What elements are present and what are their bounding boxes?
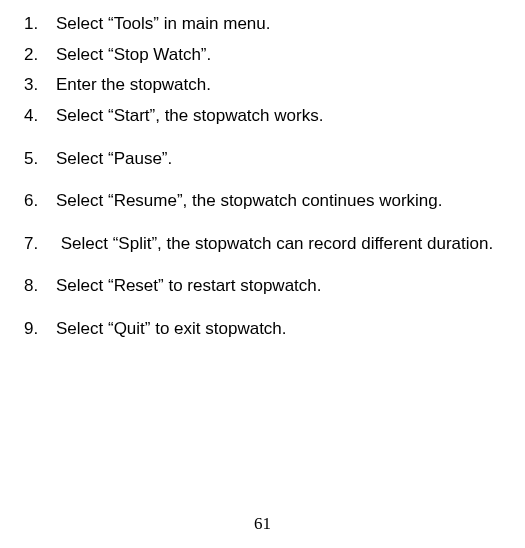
list-item: 3. Enter the stopwatch. xyxy=(24,73,501,98)
list-item: 9. Select “Quit” to exit stopwatch. xyxy=(24,317,501,342)
item-number: 9. xyxy=(24,317,56,342)
list-item-row: 6. Select “Resume”, the stopwatch contin… xyxy=(24,189,501,214)
list-item-row: 1. Select “Tools” in main menu. xyxy=(24,12,501,37)
list-item: 1. Select “Tools” in main menu. xyxy=(24,12,501,37)
list-item-row: 2. Select “Stop Watch”. xyxy=(24,43,501,68)
item-number: 3. xyxy=(24,73,56,98)
list-item-row: 9. Select “Quit” to exit stopwatch. xyxy=(24,317,501,342)
item-text: Select “Stop Watch”. xyxy=(56,43,501,68)
list-item: 4. Select “Start”, the stopwatch works. xyxy=(24,104,501,129)
list-item-row: 5. Select “Pause”. xyxy=(24,147,501,172)
item-number: 6. xyxy=(24,189,56,214)
item-text: Select “Quit” to exit stopwatch. xyxy=(56,317,501,342)
list-item: 8. Select “Reset” to restart stopwatch. xyxy=(24,274,501,299)
item-text: Select “Start”, the stopwatch works. xyxy=(56,104,501,129)
list-item: 7. Select “Split”, the stopwatch can rec… xyxy=(24,232,501,257)
instruction-list: 1. Select “Tools” in main menu. 2. Selec… xyxy=(24,12,501,342)
list-item: 6. Select “Resume”, the stopwatch contin… xyxy=(24,189,501,214)
list-item-row: 4. Select “Start”, the stopwatch works. xyxy=(24,104,501,129)
item-number: 1. xyxy=(24,12,56,37)
list-item: 2. Select “Stop Watch”. xyxy=(24,43,501,68)
page: 1. Select “Tools” in main menu. 2. Selec… xyxy=(0,0,525,548)
item-number: 7. xyxy=(24,232,56,257)
item-text: Select “Pause”. xyxy=(56,147,501,172)
item-text: Select “Split”, the stopwatch can record… xyxy=(56,232,501,257)
list-item: 5. Select “Pause”. xyxy=(24,147,501,172)
item-number: 2. xyxy=(24,43,56,68)
item-text: Select “Reset” to restart stopwatch. xyxy=(56,274,501,299)
list-item-row: 8. Select “Reset” to restart stopwatch. xyxy=(24,274,501,299)
list-item-row: 3. Enter the stopwatch. xyxy=(24,73,501,98)
item-number: 8. xyxy=(24,274,56,299)
item-text: Enter the stopwatch. xyxy=(56,73,501,98)
item-text: Select “Resume”, the stopwatch continues… xyxy=(56,189,501,214)
list-item-row: 7. Select “Split”, the stopwatch can rec… xyxy=(24,232,501,257)
item-number: 5. xyxy=(24,147,56,172)
page-number: 61 xyxy=(0,514,525,534)
item-text: Select “Tools” in main menu. xyxy=(56,12,501,37)
item-number: 4. xyxy=(24,104,56,129)
